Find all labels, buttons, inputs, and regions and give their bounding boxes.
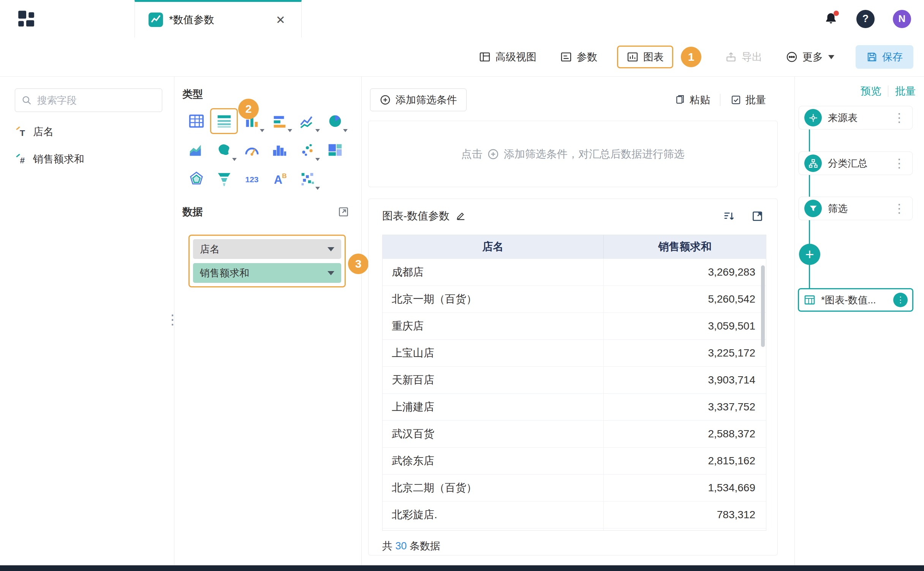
row-count: 30	[396, 540, 407, 552]
source-table-node-icon	[804, 109, 822, 126]
selected-node-kebab-icon[interactable]: ⋮	[893, 293, 908, 307]
node-kebab-icon[interactable]: ⋮	[892, 157, 907, 169]
more-caret-icon	[828, 55, 834, 59]
rename-pencil-icon[interactable]	[456, 211, 466, 221]
field-search-box	[15, 88, 162, 112]
data-pill-label: 销售额求和	[200, 267, 249, 280]
search-input[interactable]	[36, 94, 156, 107]
advanced-view-button[interactable]: 高级视图	[479, 50, 536, 64]
notification-bell-icon[interactable]	[824, 11, 838, 27]
chart-type-funnel[interactable]	[210, 166, 238, 192]
avatar[interactable]: N	[893, 10, 911, 28]
field-item-sales-sum[interactable]: # 销售额求和	[15, 150, 84, 168]
help-button[interactable]: ?	[856, 10, 875, 28]
value-cell: 3,337,752	[604, 394, 766, 420]
chart-type-numeric-card[interactable]: 123	[238, 166, 266, 192]
save-label: 保存	[882, 50, 903, 64]
chart-type-scatter[interactable]	[293, 137, 321, 163]
store-cell: 上宝山店	[383, 340, 604, 366]
chart-button-icon	[627, 51, 639, 63]
filter-hint-panel[interactable]: 点击 添加筛选条件，对汇总后数据进行筛选	[368, 121, 778, 187]
chart-type-histogram[interactable]	[266, 137, 293, 163]
chart-type-map[interactable]	[210, 137, 238, 163]
chart-type-detail-table[interactable]	[210, 108, 238, 134]
more-label: 更多	[802, 50, 823, 64]
value-cell: 2,588,372	[604, 421, 766, 447]
paste-icon	[674, 94, 686, 106]
paste-batch-group: 粘贴 批量	[674, 88, 766, 111]
chart-type-grouping-table[interactable]	[182, 108, 210, 134]
save-button[interactable]: 保存	[856, 45, 913, 69]
value-cell: 783,312	[604, 502, 766, 528]
chart-type-caret-icon	[315, 158, 320, 161]
export-icon	[725, 51, 737, 63]
batch-button[interactable]: 批量	[730, 93, 766, 107]
preview-link[interactable]: 预览	[861, 84, 881, 98]
tab-title: *数值参数	[169, 13, 274, 27]
svg-text:B: B	[282, 172, 286, 180]
field-label: 销售额求和	[33, 152, 84, 166]
app-logo-icon[interactable]	[17, 9, 36, 28]
paste-button[interactable]: 粘贴	[674, 93, 710, 107]
chart-type-pixel[interactable]	[293, 166, 321, 192]
data-pill-sales-sum[interactable]: 销售额求和	[193, 263, 341, 283]
batch-link[interactable]: 批量	[895, 84, 916, 98]
flow-node-filter[interactable]: 筛选 ⋮	[799, 197, 913, 220]
filter-hint-prefix: 点击	[461, 147, 483, 161]
table-row-partial	[383, 528, 766, 531]
table-row: 北彩旋店. 783,312	[383, 501, 766, 528]
divider-middle	[361, 77, 362, 565]
step-badge-2: 2	[238, 99, 259, 119]
data-field-pills: 店名 销售额求和	[188, 235, 346, 287]
more-icon	[786, 51, 798, 63]
chart-button[interactable]: 图表	[617, 46, 673, 68]
table-row: 上宝山店 3,225,172	[383, 339, 766, 366]
plus-circle-icon	[487, 148, 499, 160]
flow-node-selected-chart[interactable]: *图表-数值... ⋮	[798, 288, 913, 312]
chart-type-caret-icon	[343, 129, 348, 132]
store-cell: 武徐东店	[383, 448, 604, 474]
node-label: 分类汇总	[828, 157, 886, 170]
table-row: 武汉百货 2,588,372	[383, 420, 766, 447]
data-section-title: 数据	[182, 205, 203, 219]
chart-type-gauge[interactable]	[238, 137, 266, 163]
more-button[interactable]: 更多	[786, 50, 834, 64]
flow-node-source-table[interactable]: 来源表 ⋮	[799, 106, 913, 129]
add-step-button[interactable]: +	[799, 244, 820, 265]
sort-icon[interactable]	[723, 210, 735, 222]
value-cell: 3,059,501	[604, 313, 766, 339]
panel-resize-handle[interactable]: ⋮	[166, 313, 179, 327]
table-row: 武徐东店 2,815,162	[383, 447, 766, 474]
table-scrollbar-thumb[interactable]	[761, 265, 765, 347]
filter-hint-suffix: 添加筛选条件，对汇总后数据进行筛选	[504, 147, 685, 161]
add-filter-label: 添加筛选条件	[396, 93, 457, 107]
tab-active[interactable]: *数值参数 ✕	[134, 0, 302, 38]
table-header-store: 店名	[383, 235, 604, 259]
field-item-store-name[interactable]: T 店名	[15, 123, 54, 141]
node-kebab-icon[interactable]: ⋮	[892, 112, 907, 124]
value-cell: 3,903,714	[604, 367, 766, 393]
chart-type-caret-icon	[232, 158, 237, 161]
params-button[interactable]: 参数	[560, 50, 597, 64]
chart-type-caret-icon	[315, 187, 320, 190]
expand-icon[interactable]	[751, 210, 764, 222]
filter-node-icon	[804, 200, 822, 217]
export-button[interactable]: 导出	[725, 50, 762, 64]
data-popout-icon[interactable]	[337, 206, 350, 218]
chart-type-rich-text[interactable]: AB	[266, 166, 293, 192]
bottom-bar	[0, 565, 924, 571]
chart-type-treemap[interactable]	[321, 137, 349, 163]
store-cell: 重庆店	[383, 313, 604, 339]
value-cell: 3,225,172	[604, 340, 766, 366]
chart-type-pie[interactable]	[321, 108, 349, 134]
chart-type-area[interactable]	[182, 137, 210, 163]
store-cell: 天新百店	[383, 367, 604, 393]
tab-close-icon[interactable]: ✕	[274, 12, 288, 28]
data-pill-store-name[interactable]: 店名	[193, 239, 341, 259]
add-filter-button[interactable]: 添加筛选条件	[370, 88, 467, 111]
chart-type-line[interactable]	[293, 108, 321, 134]
chart-type-radar[interactable]	[182, 166, 210, 192]
node-kebab-icon[interactable]: ⋮	[892, 202, 907, 215]
flow-node-group-summary[interactable]: 分类汇总 ⋮	[799, 151, 913, 175]
chart-type-bar-horizontal[interactable]	[266, 108, 293, 134]
